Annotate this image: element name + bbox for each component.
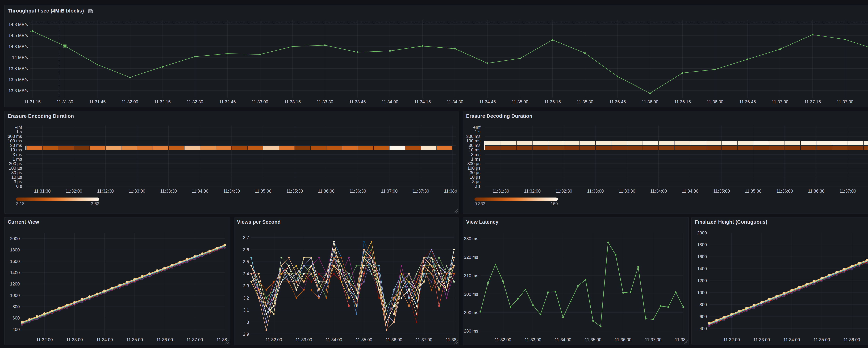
svg-text:11:35:15: 11:35:15 [544, 99, 561, 104]
svg-text:0.333: 0.333 [474, 201, 485, 206]
svg-text:11:32:00: 11:32:00 [66, 188, 82, 194]
svg-text:1800: 1800 [10, 248, 20, 252]
svg-text:1200: 1200 [10, 282, 20, 286]
svg-text:11:36:00: 11:36:00 [386, 337, 402, 342]
svg-text:10 ms: 10 ms [10, 147, 22, 152]
svg-text:11:31:30: 11:31:30 [493, 188, 509, 194]
svg-text:11:32:00: 11:32:00 [723, 337, 740, 342]
svg-text:310 ms: 310 ms [464, 273, 478, 278]
svg-text:300 µs: 300 µs [467, 161, 480, 166]
svg-text:3.4: 3.4 [243, 271, 249, 276]
svg-text:2000: 2000 [697, 230, 707, 235]
svg-text:11:36:00: 11:36:00 [318, 188, 334, 194]
svg-text:+Inf: +Inf [14, 125, 22, 130]
svg-text:3.2: 3.2 [243, 295, 249, 300]
svg-text:11:35:30: 11:35:30 [745, 188, 762, 194]
svg-text:3 µs: 3 µs [472, 179, 480, 184]
svg-text:100 µs: 100 µs [467, 166, 480, 171]
svg-text:30 ms: 30 ms [469, 143, 480, 148]
svg-text:11:31:15: 11:31:15 [24, 99, 41, 104]
svg-text:30 µs: 30 µs [11, 170, 22, 175]
svg-text:11:32:30: 11:32:30 [556, 188, 572, 194]
svg-text:11:35:00: 11:35:00 [813, 337, 830, 342]
svg-text:1600: 1600 [697, 254, 707, 259]
svg-text:600: 600 [12, 316, 20, 320]
svg-text:280 ms: 280 ms [464, 328, 478, 334]
svg-text:11:36:00: 11:36:00 [156, 337, 173, 342]
svg-text:11:32:15: 11:32:15 [154, 99, 170, 104]
svg-text:1000: 1000 [697, 290, 707, 295]
svg-text:11:37:15: 11:37:15 [804, 99, 821, 104]
svg-text:11:33:00: 11:33:00 [296, 337, 312, 342]
svg-text:1 ms: 1 ms [13, 157, 22, 162]
svg-text:330 ms: 330 ms [464, 236, 478, 241]
svg-text:11:34:00: 11:34:00 [192, 188, 208, 194]
svg-text:11:32:00: 11:32:00 [495, 337, 511, 342]
svg-text:11:35:00: 11:35:00 [713, 188, 730, 194]
svg-text:3 ms: 3 ms [13, 152, 22, 157]
svg-text:11:37:00: 11:37:00 [186, 337, 203, 342]
svg-text:11:33:00: 11:33:00 [525, 337, 541, 342]
svg-text:11:37:00: 11:37:00 [645, 337, 661, 342]
svg-text:3.18: 3.18 [16, 201, 25, 206]
svg-text:11:32:00: 11:32:00 [524, 188, 540, 194]
svg-text:3.1: 3.1 [243, 308, 249, 312]
svg-text:11:34:30: 11:34:30 [447, 99, 463, 104]
svg-text:11:33:00: 11:33:00 [66, 337, 83, 342]
svg-text:3.7: 3.7 [243, 235, 249, 240]
svg-text:11:31:30: 11:31:30 [34, 188, 51, 194]
svg-text:600: 600 [700, 314, 707, 319]
svg-text:14.8 MB/s: 14.8 MB/s [8, 22, 28, 27]
svg-text:11:33:45: 11:33:45 [349, 99, 366, 104]
svg-text:1 ms: 1 ms [471, 157, 480, 162]
svg-text:30 µs: 30 µs [470, 170, 480, 175]
svg-text:11:37:00: 11:37:00 [772, 99, 788, 104]
svg-text:1800: 1800 [697, 242, 707, 247]
svg-text:1000: 1000 [10, 293, 20, 298]
svg-text:0 s: 0 s [16, 184, 22, 188]
svg-text:11:34:00: 11:34:00 [96, 337, 113, 342]
svg-text:13.8 MB/s: 13.8 MB/s [8, 66, 28, 71]
svg-text:11:35:00: 11:35:00 [126, 337, 143, 342]
svg-text:1400: 1400 [10, 270, 20, 275]
svg-text:11:33:30: 11:33:30 [160, 188, 177, 194]
svg-text:11:37:00: 11:37:00 [840, 188, 856, 194]
svg-text:300 ms: 300 ms [464, 292, 478, 297]
svg-text:11:32:45: 11:32:45 [219, 99, 236, 104]
svg-text:11:34:30: 11:34:30 [682, 188, 698, 194]
svg-text:13.3 MB/s: 13.3 MB/s [8, 88, 28, 93]
svg-text:3.3: 3.3 [243, 283, 249, 288]
svg-text:100 ms: 100 ms [466, 138, 480, 143]
svg-text:11:36:30: 11:36:30 [349, 188, 366, 194]
svg-text:14 MB/s: 14 MB/s [12, 55, 28, 60]
svg-text:11:33:15: 11:33:15 [284, 99, 301, 104]
svg-text:11:35:00: 11:35:00 [585, 337, 601, 342]
svg-text:11:35:00: 11:35:00 [512, 99, 528, 104]
svg-text:30 ms: 30 ms [10, 143, 22, 148]
svg-text:11:35:00: 11:35:00 [356, 337, 372, 342]
svg-text:1400: 1400 [697, 266, 707, 271]
svg-text:800: 800 [700, 302, 707, 307]
svg-text:10 µs: 10 µs [11, 175, 22, 179]
svg-text:11:34:45: 11:34:45 [479, 99, 496, 104]
svg-text:11:36:00: 11:36:00 [776, 188, 793, 194]
svg-text:3.5: 3.5 [243, 259, 249, 264]
svg-text:11:36:30: 11:36:30 [707, 99, 723, 104]
svg-text:11:36:45: 11:36:45 [739, 99, 756, 104]
svg-text:11:33:30: 11:33:30 [317, 99, 333, 104]
svg-text:11:36:15: 11:36:15 [674, 99, 691, 104]
svg-text:11:34:00: 11:34:00 [555, 337, 571, 342]
svg-text:11:32:30: 11:32:30 [187, 99, 203, 104]
svg-text:14.3 MB/s: 14.3 MB/s [8, 44, 28, 49]
svg-text:14.5 MB/s: 14.5 MB/s [8, 33, 28, 38]
svg-text:11:33:00: 11:33:00 [753, 337, 770, 342]
svg-text:3.62: 3.62 [91, 201, 99, 206]
svg-text:1200: 1200 [697, 278, 707, 283]
svg-text:11:33:00: 11:33:00 [129, 188, 145, 194]
svg-text:11:38:00: 11:38:00 [444, 188, 457, 194]
svg-text:100 ms: 100 ms [8, 138, 22, 143]
svg-text:10 µs: 10 µs [470, 175, 480, 179]
svg-text:11:31:45: 11:31:45 [89, 99, 105, 104]
svg-text:0 s: 0 s [475, 184, 480, 188]
svg-text:169: 169 [551, 201, 558, 206]
